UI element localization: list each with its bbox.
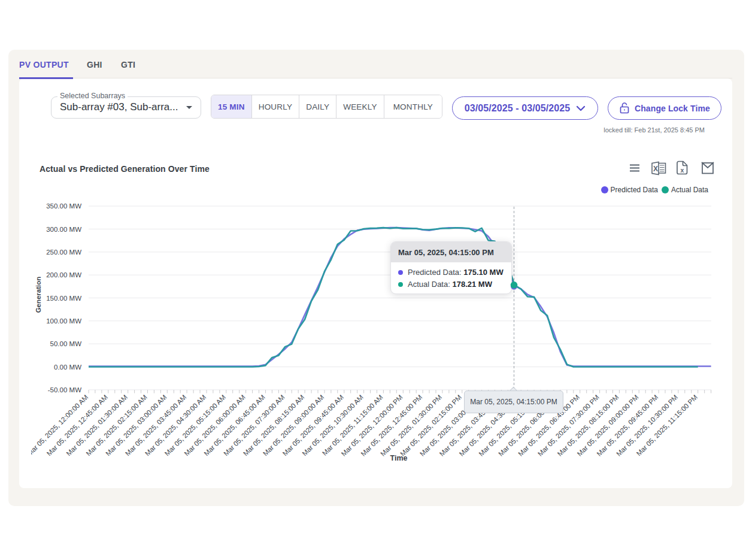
svg-text:-50.00 MW: -50.00 MW <box>48 386 81 393</box>
svg-text:X: X <box>653 165 658 173</box>
svg-text:100.00 MW: 100.00 MW <box>46 317 81 325</box>
svg-text:Generation: Generation <box>35 277 42 313</box>
svg-text:0.00 MW: 0.00 MW <box>54 364 81 371</box>
svg-text:50.00 MW: 50.00 MW <box>50 340 82 347</box>
svg-text:300.00 MW: 300.00 MW <box>46 226 81 233</box>
svg-text:Time: Time <box>390 454 408 462</box>
svg-text:250.00 MW: 250.00 MW <box>46 249 81 256</box>
svg-text:x: x <box>681 167 684 174</box>
svg-text:200.00 MW: 200.00 MW <box>46 271 81 279</box>
svg-text:350.00 MW: 350.00 MW <box>46 202 81 210</box>
svg-text:150.00 MW: 150.00 MW <box>46 295 81 302</box>
